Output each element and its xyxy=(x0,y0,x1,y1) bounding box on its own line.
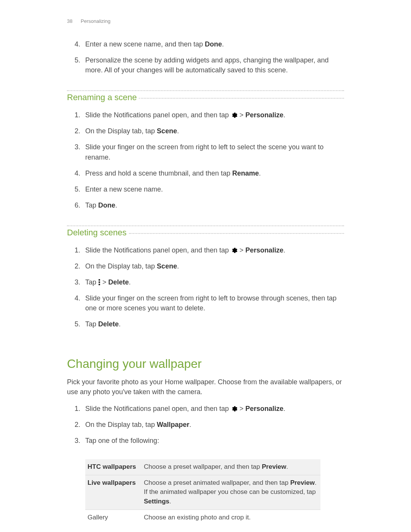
page-number: 38 xyxy=(67,18,72,24)
wallpaper-intro: Pick your favorite photo as your Home wa… xyxy=(67,377,344,397)
renaming-steps: Slide the Notifications panel open, and … xyxy=(67,110,344,216)
renaming-title: Renaming a scene xyxy=(67,91,137,103)
step-4: Press and hold a scene thumbnail, and th… xyxy=(75,168,344,184)
step-4: Enter a new scene name, and then tap Don… xyxy=(75,39,344,55)
divider xyxy=(139,97,344,99)
step-2: On the Display tab, tap Scene. xyxy=(75,261,344,277)
step-1: Slide the Notifications panel open, and … xyxy=(75,110,344,126)
step-5: Tap Delete. xyxy=(75,319,344,335)
option-desc: Choose a preset wallpaper, and then tap … xyxy=(142,459,320,475)
gear-icon xyxy=(231,112,237,118)
document-page: 38 Personalizing Enter a new scene name,… xyxy=(0,0,411,532)
scene-continued-steps: Enter a new scene name, and then tap Don… xyxy=(67,39,344,81)
step-3: Tap > Delete. xyxy=(75,277,344,293)
step-3: Slide your finger on the screen from rig… xyxy=(75,142,344,168)
table-row: Live wallpapers Choose a preset animated… xyxy=(85,475,320,510)
menu-icon xyxy=(98,279,100,286)
wallpaper-options-table: HTC wallpapers Choose a preset wallpaper… xyxy=(85,459,320,525)
option-name: HTC wallpapers xyxy=(88,463,136,470)
running-header: 38 Personalizing xyxy=(67,18,344,24)
option-name: Live wallpapers xyxy=(88,479,136,486)
section-name: Personalizing xyxy=(81,18,110,24)
step-1: Slide the Notifications panel open, and … xyxy=(75,404,344,420)
step-3: Tap one of the following: xyxy=(75,436,344,452)
deleting-steps: Slide the Notifications panel open, and … xyxy=(67,245,344,335)
step-5: Personalize the scene by adding widgets … xyxy=(75,55,344,81)
option-desc: Choose an existing photo and crop it. xyxy=(142,510,320,525)
divider xyxy=(129,233,344,234)
option-desc: Choose a preset animated wallpaper, and … xyxy=(142,475,320,510)
deleting-title: Deleting scenes xyxy=(67,226,127,238)
step-5: Enter a new scene name. xyxy=(75,184,344,200)
step-2: On the Display tab, tap Wallpaper. xyxy=(75,420,344,436)
gear-icon xyxy=(231,247,237,254)
wallpaper-steps: Slide the Notifications panel open, and … xyxy=(67,404,344,452)
table-row: Gallery Choose an existing photo and cro… xyxy=(85,510,320,525)
step-6: Tap Done. xyxy=(75,200,344,216)
wallpaper-heading: Changing your wallpaper xyxy=(67,357,344,371)
step-1: Slide the Notifications panel open, and … xyxy=(75,245,344,261)
table-row: HTC wallpapers Choose a preset wallpaper… xyxy=(85,459,320,475)
option-name: Gallery xyxy=(88,514,108,521)
gear-icon xyxy=(231,405,237,412)
step-4: Slide your finger on the screen from rig… xyxy=(75,293,344,319)
deleting-heading: Deleting scenes xyxy=(67,225,344,238)
renaming-heading: Renaming a scene xyxy=(67,90,344,103)
step-2: On the Display tab, tap Scene. xyxy=(75,126,344,142)
